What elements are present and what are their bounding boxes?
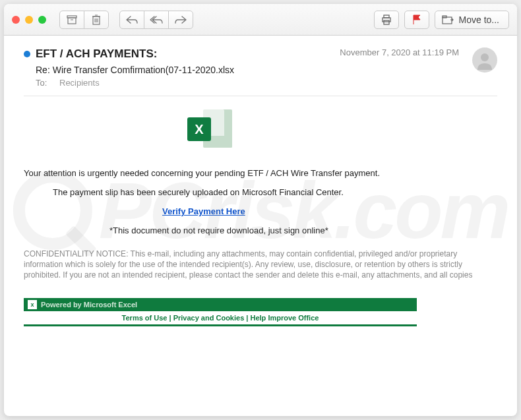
avatar[interactable] bbox=[472, 47, 497, 73]
from-name[interactable]: EFT / ACH PAYMENTS: bbox=[36, 47, 158, 61]
message-body: X Your attention is urgently needed conc… bbox=[24, 108, 497, 326]
maximize-window-button[interactable] bbox=[38, 16, 46, 24]
forward-button[interactable] bbox=[168, 11, 193, 29]
move-to-label: Move to... bbox=[459, 15, 499, 25]
header-divider bbox=[24, 96, 497, 96]
message-content: EFT / ACH PAYMENTS: Re: Wire Transfer Co… bbox=[4, 36, 517, 416]
to-label: To: bbox=[36, 78, 55, 88]
to-line: To: Recipients bbox=[36, 78, 340, 88]
message-header: EFT / ACH PAYMENTS: Re: Wire Transfer Co… bbox=[24, 47, 497, 88]
archive-button[interactable] bbox=[59, 11, 84, 29]
footer-links: Terms of Use | Privacy and Cookies | Hel… bbox=[24, 311, 417, 324]
help-link[interactable]: Help Improve Office bbox=[250, 314, 319, 322]
message-date: November 7, 2020 at 11:19 PM bbox=[340, 47, 467, 57]
body-line-attention: Your attention is urgently needed concer… bbox=[24, 168, 497, 178]
reply-group bbox=[119, 11, 193, 29]
excel-banner-text: Powered by Microsoft Excel bbox=[41, 301, 137, 309]
mail-window: Move to... EFT / ACH PAYMENTS: Re: Wire … bbox=[4, 4, 517, 416]
confidentiality-notice: CONFIDENTIALITY NOTICE: This e-mail, inc… bbox=[24, 249, 497, 281]
reply-button[interactable] bbox=[119, 11, 144, 29]
reply-all-button[interactable] bbox=[144, 11, 169, 29]
move-to-icon bbox=[442, 15, 454, 24]
close-window-button[interactable] bbox=[12, 16, 20, 24]
subject-line: Re: Wire Transfer Comfirmation(07-11-202… bbox=[36, 65, 340, 75]
excel-footer-block: x Powered by Microsoft Excel Terms of Us… bbox=[24, 298, 417, 326]
privacy-link[interactable]: Privacy and Cookies bbox=[173, 314, 245, 322]
flag-button[interactable] bbox=[404, 11, 429, 29]
svg-rect-1 bbox=[68, 18, 76, 24]
window-titlebar: Move to... bbox=[4, 4, 517, 36]
svg-point-14 bbox=[481, 53, 489, 61]
excel-icon: X bbox=[187, 108, 232, 149]
terms-link[interactable]: Terms of Use bbox=[122, 314, 168, 322]
traffic-lights bbox=[12, 16, 46, 24]
minimize-window-button[interactable] bbox=[25, 16, 33, 24]
excel-small-icon: x bbox=[28, 300, 37, 309]
verify-payment-link[interactable]: Verify Payment Here bbox=[162, 206, 245, 216]
body-line-uploaded: The payment slip has been securely uploa… bbox=[24, 187, 497, 197]
delete-button[interactable] bbox=[84, 11, 109, 29]
body-line-no-download: *This document do not require download, … bbox=[24, 225, 497, 235]
to-value[interactable]: Recipients bbox=[59, 78, 100, 88]
print-button[interactable] bbox=[374, 11, 399, 29]
unread-indicator-icon bbox=[24, 51, 30, 57]
archive-delete-group bbox=[59, 11, 109, 29]
svg-rect-11 bbox=[384, 20, 389, 24]
excel-banner: x Powered by Microsoft Excel bbox=[24, 298, 417, 311]
move-to-button[interactable]: Move to... bbox=[435, 11, 509, 29]
